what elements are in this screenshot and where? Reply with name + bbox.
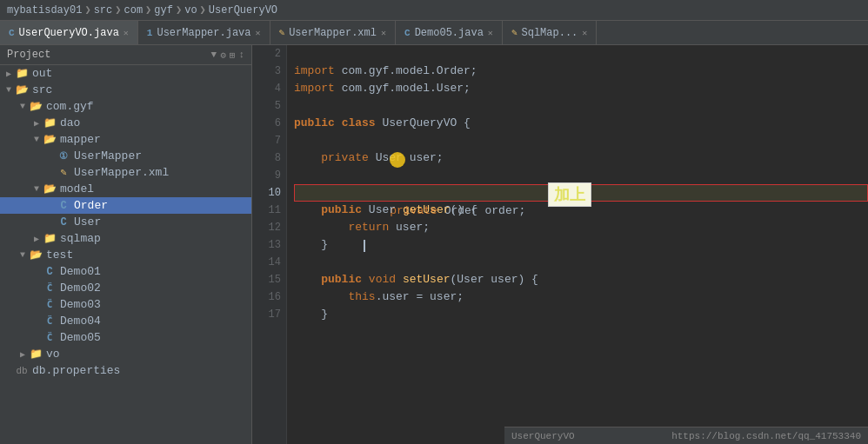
tree-item-label: test bbox=[46, 249, 73, 262]
tree-item-test[interactable]: ▼ 📂 test bbox=[0, 247, 251, 263]
expand-arrow: ▼ bbox=[31, 135, 42, 144]
tab-userqueryvo[interactable]: C UserQueryVO.java ✕ bbox=[0, 21, 138, 44]
tree-item-demo01[interactable]: C Demo01 bbox=[0, 263, 251, 280]
java-icon: C bbox=[56, 216, 71, 229]
code-container: 2 3 4 5 6 7 8 9 10 11 12 13 14 15 16 17 … bbox=[252, 45, 868, 444]
project-sidebar: Project ▼ ⚙ ⊞ ↕ ▶ 📁 out ▼ 📂 src ▼ 📂 com.… bbox=[0, 45, 252, 444]
code-line-15: public void setUser(User user) { bbox=[294, 271, 868, 288]
folder-icon: 📂 bbox=[28, 100, 43, 113]
tree-item-label: UserMapper.xml bbox=[74, 166, 169, 179]
java2-icon: C̈ bbox=[42, 282, 57, 294]
line-num: 7 bbox=[252, 132, 281, 149]
tree-item-label: vo bbox=[46, 348, 60, 361]
line-numbers: 2 3 4 5 6 7 8 9 10 11 12 13 14 15 16 17 bbox=[252, 45, 287, 444]
close-icon[interactable]: ✕ bbox=[488, 28, 493, 38]
expand-arrow: ▼ bbox=[17, 250, 28, 260]
tree-item-label: out bbox=[32, 67, 52, 80]
status-url: https://blog.csdn.net/qq_41753340 bbox=[671, 431, 861, 441]
tab-label: SqlMap... bbox=[522, 27, 578, 39]
main-layout: Project ▼ ⚙ ⊞ ↕ ▶ 📁 out ▼ 📂 src ▼ 📂 com.… bbox=[0, 45, 868, 444]
close-icon[interactable]: ✕ bbox=[124, 28, 129, 38]
status-bar: UserQueryVO https://blog.csdn.net/qq_417… bbox=[504, 427, 868, 444]
tree-item-label: src bbox=[32, 83, 52, 96]
breadcrumb-part: gyf bbox=[154, 4, 173, 17]
code-line-6: public class UserQueryVO { bbox=[294, 115, 868, 132]
sidebar-icons: ▼ ⚙ ⊞ ↕ bbox=[211, 50, 244, 61]
tree-item-label: Demo05 bbox=[60, 331, 101, 344]
expand-arrow: ▶ bbox=[3, 69, 14, 79]
java-icon: C bbox=[9, 28, 15, 38]
tab-sqlmap[interactable]: ✎ SqlMap... ✕ bbox=[503, 21, 597, 44]
line-num: 3 bbox=[252, 63, 281, 80]
code-line-3: import com.gyf.model.Order; bbox=[294, 63, 868, 80]
tree-item-mapper[interactable]: ▼ 📂 mapper bbox=[0, 131, 251, 148]
tab-demo05[interactable]: C Demo05.java ✕ bbox=[396, 21, 503, 44]
tree-item-model[interactable]: ▼ 📂 model bbox=[0, 181, 251, 197]
folder-icon: 📁 bbox=[42, 232, 57, 245]
folder-icon: 📂 bbox=[42, 133, 57, 146]
breadcrumb-part: com bbox=[124, 4, 144, 17]
java-icon: 1 bbox=[147, 28, 153, 38]
tree-item-usermapper[interactable]: ① UserMapper bbox=[0, 148, 251, 164]
tab-usermapper[interactable]: 1 UserMapper.java ✕ bbox=[138, 21, 270, 44]
sidebar-icon-1[interactable]: ▼ bbox=[211, 50, 217, 61]
code-editor[interactable]: 2 3 4 5 6 7 8 9 10 11 12 13 14 15 16 17 … bbox=[252, 45, 868, 444]
tree-item-demo03[interactable]: C̈ Demo03 bbox=[0, 296, 251, 313]
sidebar-icon-3[interactable]: ⊞ bbox=[230, 50, 236, 61]
tree-item-demo02[interactable]: C̈ Demo02 bbox=[0, 280, 251, 296]
tree-item-comgyf[interactable]: ▼ 📂 com.gyf bbox=[0, 98, 251, 115]
folder-icon: 📂 bbox=[42, 182, 57, 195]
line-num: 17 bbox=[252, 306, 281, 323]
code-line-11: public User getUser() { bbox=[294, 202, 868, 219]
java2-icon: C̈ bbox=[42, 315, 57, 327]
code-line-8: private User user; bbox=[294, 149, 868, 167]
code-line-5 bbox=[294, 97, 868, 115]
tree-item-out[interactable]: ▶ 📁 out bbox=[0, 65, 251, 82]
tree-item-order[interactable]: C Order bbox=[0, 197, 251, 214]
tree-item-label: UserMapper bbox=[74, 149, 142, 162]
status-class-name: UserQueryVO bbox=[511, 431, 575, 441]
code-line-4: import com.gyf.model.User; bbox=[294, 80, 868, 97]
tree-item-vo[interactable]: ▶ 📁 vo bbox=[0, 346, 251, 362]
breadcrumb-sep: ❯ bbox=[145, 3, 151, 17]
line-num: 12 bbox=[252, 219, 281, 236]
close-icon[interactable]: ✕ bbox=[256, 28, 261, 38]
xml-icon: ✎ bbox=[279, 27, 285, 38]
tab-usermapperxml[interactable]: ✎ UserMapper.xml ✕ bbox=[270, 21, 396, 44]
expand-arrow: ▼ bbox=[17, 102, 28, 111]
tree-item-user[interactable]: C User bbox=[0, 214, 251, 230]
sidebar-title: Project bbox=[7, 49, 50, 61]
tree-item-dao[interactable]: ▶ 📁 dao bbox=[0, 115, 251, 131]
sidebar-icon-4[interactable]: ↕ bbox=[238, 50, 244, 61]
tree-item-label: com.gyf bbox=[46, 100, 94, 113]
close-icon[interactable]: ✕ bbox=[381, 28, 386, 38]
line-num-current: 10 bbox=[252, 184, 281, 202]
close-icon[interactable]: ✕ bbox=[582, 28, 587, 38]
props-icon: db bbox=[14, 366, 30, 376]
code-line-12: return user; bbox=[294, 219, 868, 236]
line-num: 4 bbox=[252, 80, 281, 97]
code-line-14 bbox=[294, 254, 868, 271]
line-num: 2 bbox=[252, 45, 281, 63]
code-line-13: } bbox=[294, 236, 868, 254]
tree-item-sqlmap[interactable]: ▶ 📁 sqlmap bbox=[0, 230, 251, 247]
tree-item-demo05[interactable]: C̈ Demo05 bbox=[0, 329, 251, 346]
folder-icon: 📁 bbox=[42, 116, 57, 129]
tree-item-demo04[interactable]: C̈ Demo04 bbox=[0, 313, 251, 329]
breadcrumb-sep: ❯ bbox=[84, 3, 90, 17]
code-line-17: } bbox=[294, 306, 868, 323]
line-num: 13 bbox=[252, 236, 281, 254]
line-num: 11 bbox=[252, 202, 281, 219]
java-icon: C bbox=[42, 266, 57, 278]
mapper-icon: ① bbox=[56, 150, 71, 162]
breadcrumb-sep: ❯ bbox=[200, 3, 206, 17]
code-line-10: private Order order; bbox=[294, 184, 868, 202]
tree-item-dbprops[interactable]: db db.properties bbox=[0, 362, 251, 379]
xml-icon: ✎ bbox=[56, 166, 71, 179]
xml-icon: ✎ bbox=[511, 27, 517, 38]
sidebar-icon-2[interactable]: ⚙ bbox=[220, 50, 226, 61]
tree-item-src[interactable]: ▼ 📂 src bbox=[0, 82, 251, 98]
tree-item-label: Demo01 bbox=[60, 265, 101, 278]
tree-item-label: Demo03 bbox=[60, 298, 101, 311]
tree-item-usermapperxml[interactable]: ✎ UserMapper.xml bbox=[0, 164, 251, 181]
